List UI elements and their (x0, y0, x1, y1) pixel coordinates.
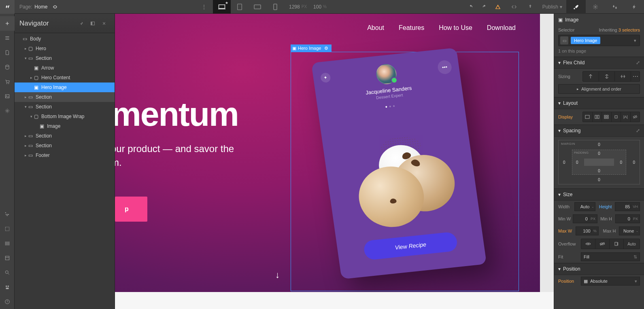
tree-section-1[interactable]: ▾▭Section (15, 53, 115, 63)
interactions-tab[interactable] (625, 0, 644, 14)
tree-arrow[interactable]: ▣Arrow (15, 63, 115, 73)
tree-footer[interactable]: ▸▭Footer (15, 150, 115, 160)
sizing-none[interactable] (614, 72, 631, 81)
expand-icon[interactable]: ⤢ (636, 128, 640, 133)
minw-input[interactable]: PX (573, 214, 597, 223)
tree-section-4[interactable]: ▸▭Section (15, 131, 115, 141)
padding-left[interactable]: 0 (576, 160, 578, 165)
align-order-button[interactable]: ▸ Alignment and order (558, 84, 640, 94)
nav-about[interactable]: About (367, 24, 384, 32)
padding-bottom[interactable]: 0 (598, 169, 600, 173)
hero-headline[interactable]: mentum (115, 95, 238, 134)
display-grid[interactable] (601, 112, 611, 122)
display-inline-block[interactable] (611, 112, 621, 122)
tree-hero[interactable]: ▸▢Hero (15, 44, 115, 53)
margin-bottom[interactable]: 0 (598, 178, 600, 182)
audit-button[interactable] (490, 0, 506, 14)
tree-bottom-image-wrap[interactable]: ▾▢Bottom Image Wrap (15, 112, 115, 121)
help-button[interactable]: ? (0, 294, 15, 309)
margin-right[interactable]: 0 (633, 160, 635, 165)
more-menu[interactable]: ⋮ (195, 0, 213, 14)
margin-top[interactable]: 0 (598, 142, 600, 147)
height-input[interactable]: VH (615, 202, 640, 211)
padding-right[interactable]: 0 (620, 160, 622, 165)
section-flex-child[interactable]: ▾Flex Child⤢ (554, 57, 644, 69)
guides-tool[interactable] (0, 236, 15, 251)
hero-image-element[interactable]: ✦ ••• Jacqueline Sanders Dessert Expert … (289, 45, 510, 290)
section-position[interactable]: ▾Position (554, 263, 644, 275)
overflow-visible[interactable] (581, 239, 595, 249)
padding-top[interactable]: 0 (598, 151, 600, 156)
position-select[interactable]: ▦ Absolute ▾ (581, 277, 640, 286)
tree-hero-content[interactable]: ▸▢Hero Content (15, 73, 115, 83)
tree-section-3[interactable]: ▾▭Section (15, 102, 115, 112)
publish-dropdown[interactable]: Publish ▾ (538, 4, 566, 10)
add-element-button[interactable] (0, 16, 15, 31)
hero-subline-2[interactable]: m. (115, 157, 122, 168)
settings-tab[interactable] (586, 0, 605, 14)
cms-button[interactable] (0, 60, 15, 74)
minh-input[interactable]: PX (615, 214, 640, 223)
preview-toggle[interactable] (52, 4, 64, 10)
zoom-value[interactable]: 100 (313, 4, 321, 10)
display-none[interactable] (630, 112, 640, 122)
hero-subline-1[interactable]: our product — and savor the (115, 143, 234, 154)
nav-how[interactable]: How to Use (439, 24, 472, 32)
page-name[interactable]: Home (34, 4, 47, 10)
display-block[interactable] (583, 112, 592, 122)
margin-left[interactable]: 0 (563, 160, 565, 165)
section-layout[interactable]: ▾Layout (554, 97, 644, 109)
canvas-viewport[interactable]: About Features How to Use Download mentu… (115, 14, 554, 309)
scroll-arrow[interactable]: ↓ (275, 270, 280, 280)
tree-body[interactable]: ▭Body (15, 34, 115, 44)
share-button[interactable] (522, 0, 538, 14)
spacing-editor[interactable]: MARGIN PADDING 0 0 0 0 0 0 0 0 (558, 140, 640, 184)
canvas-width-value[interactable]: 1298 (289, 4, 300, 10)
hero-cta-button[interactable]: p (115, 197, 147, 222)
navigator-close[interactable]: × (98, 18, 110, 29)
device-tablet[interactable] (231, 0, 249, 14)
width-input[interactable]: - (574, 202, 595, 211)
navigator-toggle[interactable] (0, 31, 15, 45)
nav-download[interactable]: Download (487, 24, 516, 32)
maxh-input[interactable]: - (619, 226, 640, 235)
display-inline[interactable]: |A| (621, 112, 630, 122)
sizing-grow[interactable] (599, 72, 615, 81)
search-tool[interactable] (0, 265, 15, 280)
tree-hero-image[interactable]: ▣Hero Image (15, 83, 115, 92)
selection-label[interactable]: ▣ Hero Image ⚙ (291, 44, 332, 52)
nav-features[interactable]: Features (399, 24, 424, 32)
selector-dropdown[interactable]: ▾ (632, 38, 638, 43)
selector-tag[interactable]: Hero Image (571, 37, 600, 44)
section-spacing[interactable]: ▾Spacing⤢ (554, 125, 644, 137)
overflow-hidden[interactable] (595, 239, 609, 249)
redo-button[interactable] (479, 0, 490, 14)
section-size[interactable]: ▾Size (554, 188, 644, 201)
sizing-more[interactable]: ⋯ (631, 72, 640, 81)
settings-button[interactable] (0, 104, 15, 118)
device-mobile[interactable] (266, 0, 284, 14)
pages-button[interactable] (0, 45, 15, 60)
canvas-page[interactable]: About Features How to Use Download mentu… (115, 14, 540, 295)
webflow-logo[interactable] (0, 0, 15, 14)
style-manager-tab[interactable] (605, 0, 625, 14)
grid-tool[interactable] (0, 251, 15, 265)
xray-tool[interactable] (0, 222, 15, 236)
tree-image[interactable]: ▣Image (15, 121, 115, 131)
display-flex[interactable] (592, 112, 602, 122)
selection-settings[interactable]: ⚙ (323, 46, 330, 51)
navigator-dock[interactable] (87, 18, 98, 29)
undo-button[interactable] (463, 0, 479, 14)
overflow-scroll[interactable] (609, 239, 623, 249)
expand-icon[interactable]: ⤢ (636, 60, 640, 66)
export-code[interactable] (506, 0, 522, 14)
sizing-shrink[interactable] (583, 72, 599, 81)
tree-section-2[interactable]: ▸▭Section (15, 92, 115, 102)
maxw-input[interactable]: % (576, 226, 599, 235)
navigator-pin[interactable] (76, 18, 87, 29)
device-desktop[interactable]: ★ (213, 0, 231, 14)
assets-button[interactable] (0, 89, 15, 104)
selector-state-icon[interactable]: ▭ (560, 36, 568, 44)
tree-section-5[interactable]: ▸▭Section (15, 141, 115, 150)
selector-field[interactable]: ▭ Hero Image ▾ (558, 35, 640, 46)
